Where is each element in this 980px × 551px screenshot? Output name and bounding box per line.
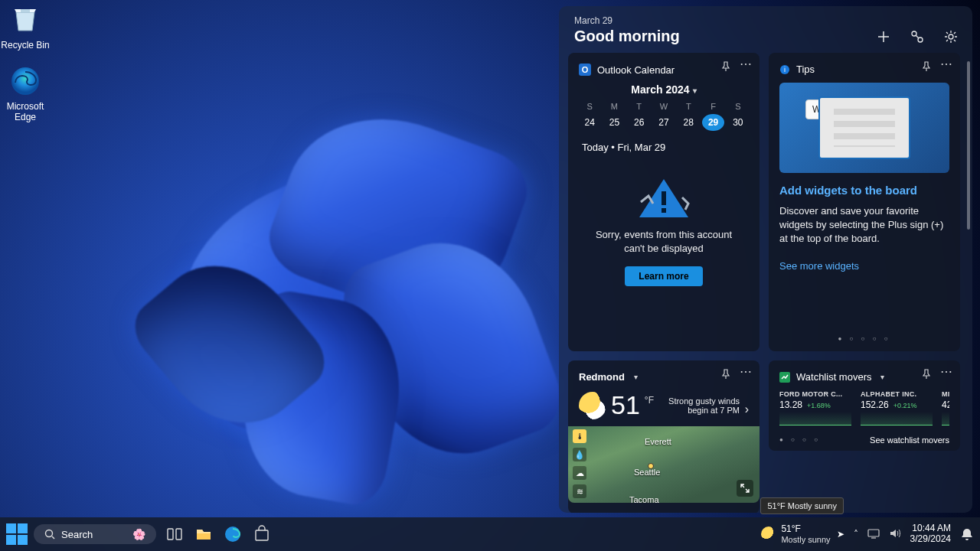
- learn-more-button[interactable]: Learn more: [625, 266, 702, 286]
- ticker[interactable]: FORD MOTOR C... 13.28+1.68%: [779, 390, 851, 425]
- weather-unit: °F: [645, 395, 654, 406]
- calendar-day[interactable]: 26: [629, 114, 650, 131]
- desktop-icon-label: Microsoft Edge: [0, 101, 54, 122]
- file-explorer-button[interactable]: [193, 523, 214, 545]
- see-watchlist-link[interactable]: See watchlist movers: [870, 435, 949, 445]
- search-box[interactable]: Search 🌸: [34, 524, 156, 544]
- tips-hero-image: Widgets+: [779, 83, 949, 173]
- search-icon: [44, 529, 55, 540]
- map-layer-precipitation[interactable]: 💧: [573, 448, 586, 461]
- tray-chevron-icon[interactable]: ˄: [854, 529, 858, 540]
- svg-text:O: O: [582, 65, 589, 74]
- edge-icon: [8, 64, 42, 98]
- task-view-button[interactable]: [164, 523, 185, 545]
- weather-condition-icon: [579, 392, 606, 419]
- svg-text:i: i: [784, 66, 786, 73]
- more-icon[interactable]: ⋯: [740, 368, 752, 380]
- add-widget-button[interactable]: [876, 29, 891, 44]
- cursor-icon: ➤: [837, 529, 844, 540]
- tips-widget[interactable]: i Tips ⋯ Widgets+ Add widgets to the boa…: [769, 53, 960, 351]
- calendar-day[interactable]: 30: [727, 114, 749, 131]
- taskbar-clock[interactable]: 10:44 AM3/29/2024: [910, 523, 951, 545]
- widgets-panel: March 29 Good morning O Outlook Calendar…: [559, 6, 972, 513]
- calendar-grid: S M T W T F S 24 25 26 27 28 29 30: [579, 102, 749, 131]
- wallpaper-bloom: [115, 92, 590, 520]
- pin-icon[interactable]: [920, 368, 933, 380]
- weather-icon: [761, 527, 776, 542]
- pin-icon[interactable]: [920, 60, 933, 73]
- taskbar-weather[interactable]: 51°FMostly sunny ➤: [761, 524, 844, 543]
- svg-rect-13: [176, 529, 181, 540]
- calendar-day-today[interactable]: 29: [702, 114, 724, 131]
- ticker[interactable]: ALPHABET INC. 152.26+0.21%: [861, 390, 933, 425]
- map-layer-wind[interactable]: ≋: [573, 484, 586, 498]
- search-placeholder: Search: [61, 529, 93, 540]
- desktop-icon-edge[interactable]: Microsoft Edge: [0, 64, 54, 122]
- calendar-widget[interactable]: O Outlook Calendar ⋯ March 2024▾ S M T W…: [568, 53, 760, 351]
- store-button[interactable]: [251, 523, 273, 545]
- taskbar: Search 🌸 51°FMostly sunny ➤ ˄ 10:44 AM3/…: [0, 517, 980, 551]
- tray-display-icon[interactable]: [867, 527, 880, 542]
- desktop-icon-recycle-bin[interactable]: Recycle Bin: [0, 3, 54, 51]
- more-icon[interactable]: ⋯: [740, 60, 752, 73]
- svg-point-11: [46, 530, 53, 537]
- svg-rect-7: [662, 208, 666, 213]
- svg-rect-6: [662, 191, 666, 205]
- more-icon[interactable]: ⋯: [940, 60, 952, 73]
- tray-volume-icon[interactable]: [889, 527, 901, 542]
- calendar-day[interactable]: 27: [653, 114, 675, 131]
- start-button[interactable]: [6, 523, 28, 545]
- calendar-today-label: Today • Fri, Mar 29: [582, 142, 749, 153]
- calendar-month[interactable]: March 2024▾: [579, 83, 749, 96]
- pager-dots[interactable]: ● ○ ○ ○ ○: [769, 335, 960, 342]
- ticker[interactable]: MI 420: [942, 390, 949, 425]
- calendar-empty-state: Sorry, events from this account can't be…: [579, 161, 749, 294]
- more-icon[interactable]: ⋯: [940, 368, 952, 380]
- desktop-icon-label: Recycle Bin: [0, 40, 54, 51]
- widgets-date: March 29: [574, 15, 965, 26]
- scrollbar[interactable]: [967, 61, 970, 230]
- calendar-day[interactable]: 24: [579, 114, 600, 131]
- calendar-day[interactable]: 28: [678, 114, 699, 131]
- notifications-button[interactable]: [960, 527, 974, 541]
- see-more-widgets-link[interactable]: See more widgets: [779, 260, 859, 272]
- warning-icon: [633, 174, 694, 220]
- settings-button[interactable]: [943, 29, 959, 44]
- pager-dots[interactable]: ● ○ ○ ○: [779, 436, 821, 443]
- pin-icon[interactable]: [720, 60, 732, 73]
- tips-icon: i: [779, 64, 790, 75]
- calendar-day[interactable]: 25: [603, 114, 625, 131]
- svg-rect-16: [868, 530, 879, 536]
- svg-point-3: [949, 34, 953, 39]
- weather-tooltip: 51°F Mostly sunny: [760, 497, 844, 514]
- weather-map[interactable]: 🌡 💧 ☁ ≋ Everett Seattle Tacoma: [568, 426, 760, 503]
- weather-alert[interactable]: Strong gusty winds begin at 7 PM: [665, 396, 749, 415]
- personalize-button[interactable]: [910, 29, 925, 44]
- tips-headline: Add widgets to the board: [779, 184, 949, 197]
- tips-body: Discover and save your favorite widgets …: [779, 204, 949, 246]
- edge-button[interactable]: [222, 523, 243, 545]
- expand-map-button[interactable]: [737, 480, 753, 497]
- weather-temp: 51: [611, 390, 640, 420]
- weather-widget[interactable]: Redmond▾ ⋯ 51 °F Strong gusty winds begi…: [568, 360, 760, 513]
- map-layer-temperature[interactable]: 🌡: [573, 429, 586, 443]
- recycle-bin-icon: [8, 3, 42, 37]
- search-highlight-icon: 🌸: [132, 528, 145, 540]
- stocks-icon: [779, 372, 790, 383]
- svg-rect-15: [256, 530, 268, 540]
- watchlist-widget[interactable]: Watchlist movers▾ ⋯ FORD MOTOR C... 13.2…: [769, 360, 960, 451]
- map-layer-clouds[interactable]: ☁: [573, 466, 586, 480]
- outlook-icon: O: [579, 64, 591, 76]
- pin-icon[interactable]: [720, 368, 732, 380]
- svg-rect-12: [168, 529, 173, 540]
